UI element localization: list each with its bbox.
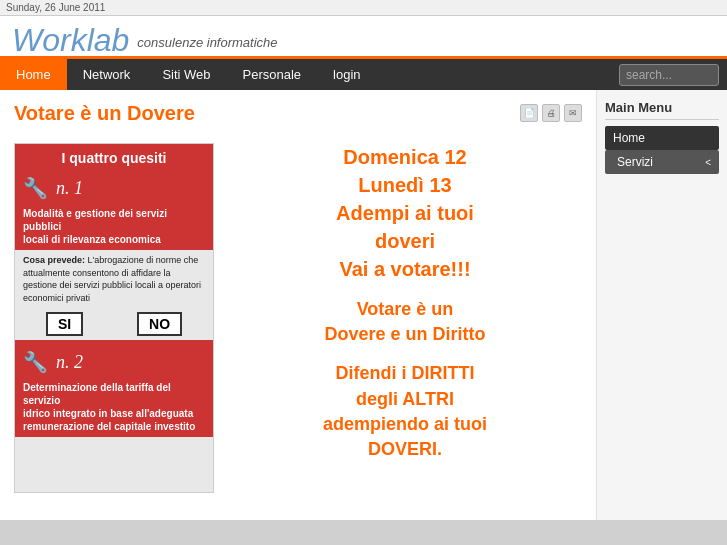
faucet-icon-1: 🔧 [23, 176, 48, 200]
nav-item-home[interactable]: Home [0, 59, 67, 90]
call-line4: doveri [375, 230, 435, 252]
email-icon[interactable]: ✉ [564, 104, 582, 122]
navbar: Home Network Siti Web Personale login [0, 59, 727, 90]
content-area: Votare è un Dovere 📄 🖨 ✉ I quattro quesi… [0, 90, 597, 520]
text-panel: Domenica 12 Lunedì 13 Adempi ai tuoi dov… [228, 143, 582, 493]
nav-item-network[interactable]: Network [67, 59, 147, 90]
sidebar-item-home[interactable]: Home [605, 126, 719, 150]
logo-area: Worklab consulenze informatiche [12, 24, 278, 56]
image-panel: I quattro quesiti 🔧 n. 1 Modalità e gest… [14, 143, 214, 493]
quesito-2: 🔧 n. 2 Determinazione della tariffa del … [15, 346, 213, 437]
call-line1: Domenica 12 [343, 146, 466, 168]
si-no-row-1: SI NO [15, 308, 213, 340]
dovere-diritto: Votare è unDovere e un Diritto [228, 297, 582, 347]
call-line2: Lunedì 13 [358, 174, 451, 196]
quesito2-icon-row: 🔧 n. 2 [15, 346, 213, 378]
sidebar-home-label: Home [613, 131, 645, 145]
sidebar: Main Menu Home Servizi < [597, 90, 727, 520]
top-bar: Sunday, 26 June 2011 [0, 0, 727, 16]
nav-item-login[interactable]: login [317, 59, 376, 90]
nav-links: Home Network Siti Web Personale login [0, 59, 377, 90]
logo-text: Worklab [12, 24, 129, 56]
pdf-icon[interactable]: 📄 [520, 104, 538, 122]
date-label: Sunday, 26 June 2011 [6, 2, 105, 13]
quesito1-title: Modalità e gestione dei servizi pubblici… [15, 204, 213, 250]
main-wrapper: Votare è un Dovere 📄 🖨 ✉ I quattro quesi… [0, 90, 727, 520]
quesito1-desc: Cosa prevede: L'abrogazione di norme che… [15, 250, 213, 308]
call-line3: Adempi ai tuoi [336, 202, 474, 224]
quesito1-icon-row: 🔧 n. 1 [15, 172, 213, 204]
search-input[interactable] [619, 64, 719, 86]
header: Worklab consulenze informatiche [0, 16, 727, 59]
difendi: Difendi i DIRITTIdegli ALTRIadempiendo a… [228, 361, 582, 462]
article-title: Votare è un Dovere [14, 102, 195, 125]
sidebar-servizi-label: Servizi [617, 155, 653, 169]
quesito-1: 🔧 n. 1 Modalità e gestione dei servizi p… [15, 172, 213, 340]
n-label-1: n. 1 [56, 178, 83, 199]
article-body: I quattro quesiti 🔧 n. 1 Modalità e gest… [14, 143, 582, 493]
nav-item-sitiweb[interactable]: Siti Web [146, 59, 226, 90]
si-box-1: SI [46, 312, 83, 336]
call-to-action: Domenica 12 Lunedì 13 Adempi ai tuoi dov… [228, 143, 582, 283]
search-box [619, 64, 719, 86]
nav-item-personale[interactable]: Personale [227, 59, 318, 90]
no-box-1: NO [137, 312, 182, 336]
sidebar-title: Main Menu [605, 100, 719, 120]
call-line5: Vai a votare!!! [339, 258, 470, 280]
print-icon[interactable]: 🖨 [542, 104, 560, 122]
chevron-icon: < [705, 157, 711, 168]
quesito2-title: Determinazione della tariffa del servizi… [15, 378, 213, 437]
article-icons: 📄 🖨 ✉ [520, 104, 582, 122]
n-label-2: n. 2 [56, 352, 83, 373]
sidebar-item-servizi[interactable]: Servizi < [605, 150, 719, 174]
image-header: I quattro quesiti [15, 144, 213, 172]
logo-subtitle: consulenze informatiche [137, 35, 277, 50]
faucet-icon-2: 🔧 [23, 350, 48, 374]
